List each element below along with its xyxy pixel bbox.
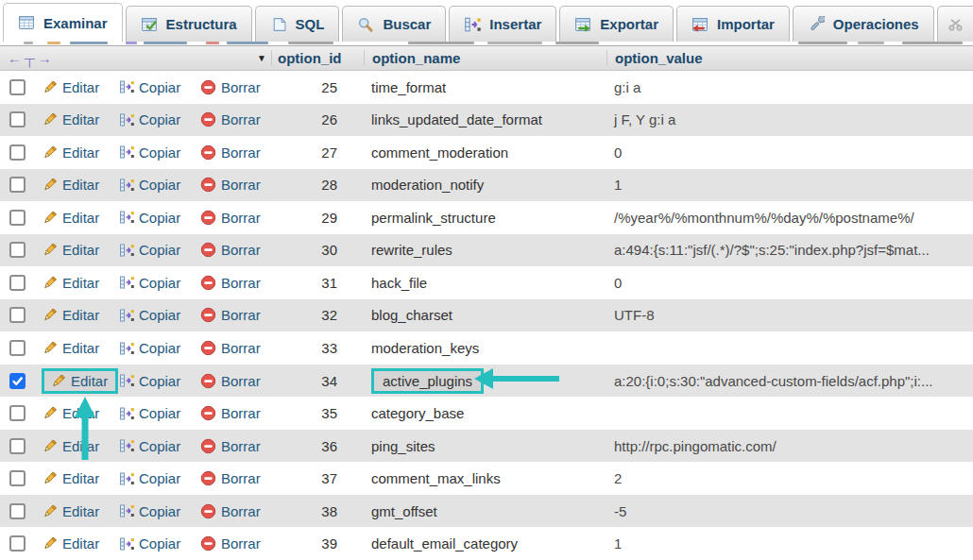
- edit-link[interactable]: Editar: [42, 307, 99, 323]
- checkbox-cell: [0, 373, 42, 389]
- delete-circle-icon: [200, 503, 216, 519]
- row-checkbox[interactable]: [9, 470, 26, 486]
- copy-link[interactable]: Copiar: [119, 79, 180, 95]
- tab-importar[interactable]: Importar: [676, 6, 790, 42]
- copy-link[interactable]: Copiar: [119, 144, 180, 161]
- copy-link[interactable]: Copiar: [119, 405, 180, 421]
- row-checkbox[interactable]: [9, 111, 26, 127]
- edit-link[interactable]: Editar: [42, 242, 99, 258]
- row-checkbox[interactable]: [9, 242, 26, 258]
- cell-option-name: default_email_category: [364, 535, 606, 552]
- column-header-option-name[interactable]: option_name: [364, 50, 606, 66]
- delete-cell: Borrar: [200, 340, 271, 356]
- delete-link[interactable]: Borrar: [200, 503, 261, 519]
- copy-link[interactable]: Copiar: [119, 210, 180, 226]
- edit-link[interactable]: Editar: [42, 405, 99, 421]
- edit-link[interactable]: Editar: [42, 177, 99, 193]
- pencil-icon: [42, 111, 58, 127]
- tab-insertar[interactable]: Insertar: [449, 6, 556, 42]
- copy-link[interactable]: Copiar: [119, 373, 180, 389]
- copy-link[interactable]: Copiar: [119, 111, 180, 127]
- edit-link[interactable]: Editar: [42, 438, 99, 454]
- column-header-option-value[interactable]: option_value: [606, 50, 973, 66]
- delete-link[interactable]: Borrar: [200, 144, 261, 161]
- tab-exportar[interactable]: Exportar: [559, 6, 674, 42]
- edit-link[interactable]: Editar: [42, 111, 99, 127]
- delete-link[interactable]: Borrar: [200, 373, 261, 389]
- cell-option-id: 29: [271, 210, 364, 226]
- tab-sql[interactable]: SQL: [255, 6, 340, 42]
- tab-operaciones[interactable]: Operaciones: [793, 6, 934, 42]
- edit-link[interactable]: Editar: [42, 144, 99, 161]
- row-checkbox[interactable]: [9, 438, 26, 454]
- copy-link[interactable]: Copiar: [119, 438, 180, 454]
- edit-cell: Editar: [42, 242, 119, 258]
- delete-link[interactable]: Borrar: [200, 405, 261, 421]
- row-checkbox[interactable]: [9, 275, 26, 291]
- cell-option-value: g:i a: [606, 79, 973, 95]
- row-checkbox[interactable]: [9, 79, 26, 95]
- tab-buscar[interactable]: Buscar: [342, 6, 446, 42]
- delete-link[interactable]: Borrar: [200, 210, 261, 226]
- edit-link[interactable]: Editar: [42, 79, 99, 95]
- delete-link[interactable]: Borrar: [200, 275, 261, 291]
- delete-link[interactable]: Borrar: [200, 340, 261, 356]
- cell-option-id: 33: [271, 340, 364, 356]
- edit-link[interactable]: Editar: [42, 470, 99, 486]
- copy-link[interactable]: Copiar: [119, 340, 180, 356]
- checkbox-cell: [0, 438, 42, 454]
- delete-link[interactable]: Borrar: [200, 79, 261, 95]
- edit-link[interactable]: Editar: [42, 210, 99, 226]
- edit-link[interactable]: Editar: [42, 340, 99, 356]
- row-checkbox[interactable]: [9, 307, 26, 323]
- delete-cell: Borrar: [200, 307, 271, 323]
- row-checkbox[interactable]: [9, 177, 26, 193]
- check-all-control[interactable]: ←┬→: [8, 50, 55, 66]
- row-checkbox[interactable]: [9, 503, 26, 519]
- row-checkbox[interactable]: [9, 340, 26, 356]
- copy-cell: Copiar: [119, 405, 200, 421]
- copy-link[interactable]: Copiar: [119, 275, 180, 291]
- row-checkbox[interactable]: [9, 210, 26, 226]
- copy-link[interactable]: Copiar: [119, 307, 180, 323]
- row-checkbox[interactable]: [9, 405, 26, 421]
- pencil-icon: [42, 307, 58, 323]
- copy-link[interactable]: Copiar: [119, 242, 180, 258]
- delete-circle-icon: [200, 535, 216, 552]
- copy-link[interactable]: Copiar: [119, 177, 180, 193]
- delete-link[interactable]: Borrar: [200, 307, 261, 323]
- tab-examinar[interactable]: Examinar: [3, 3, 123, 42]
- row-checkbox[interactable]: [9, 373, 26, 389]
- delete-link[interactable]: Borrar: [200, 242, 261, 258]
- tab-estructura[interactable]: Estructura: [126, 6, 252, 42]
- edit-link[interactable]: Editar: [42, 275, 99, 291]
- delete-link[interactable]: Borrar: [200, 177, 261, 193]
- copy-cell: Copiar: [119, 177, 200, 193]
- copy-link[interactable]: Copiar: [119, 503, 180, 519]
- copy-link[interactable]: Copiar: [119, 470, 180, 486]
- delete-link[interactable]: Borrar: [200, 438, 261, 454]
- edit-label: Editar: [62, 177, 99, 193]
- edit-link[interactable]: Editar: [42, 368, 118, 394]
- delete-cell: Borrar: [200, 373, 271, 389]
- edit-link[interactable]: Editar: [42, 503, 99, 519]
- column-header-option-id[interactable]: option_id: [271, 50, 364, 66]
- cell-option-id: 35: [271, 405, 364, 421]
- pencil-icon: [42, 242, 58, 258]
- cell-option-id: 36: [271, 438, 364, 454]
- sort-descending-icon[interactable]: ▼: [257, 53, 266, 63]
- edit-link[interactable]: Editar: [42, 535, 99, 552]
- delete-cell: Borrar: [200, 111, 271, 127]
- delete-link[interactable]: Borrar: [200, 535, 261, 552]
- delete-circle-icon: [200, 307, 216, 323]
- row-checkbox[interactable]: [9, 535, 26, 552]
- cell-option-name: time_format: [364, 79, 606, 95]
- checkbox-cell: [0, 177, 42, 193]
- copy-link[interactable]: Copiar: [119, 535, 180, 552]
- delete-link[interactable]: Borrar: [200, 111, 261, 127]
- delete-link[interactable]: Borrar: [200, 470, 261, 486]
- tab-more-partial[interactable]: [937, 6, 973, 42]
- delete-label: Borrar: [221, 503, 261, 519]
- edit-label: Editar: [62, 111, 99, 127]
- row-checkbox[interactable]: [9, 144, 26, 161]
